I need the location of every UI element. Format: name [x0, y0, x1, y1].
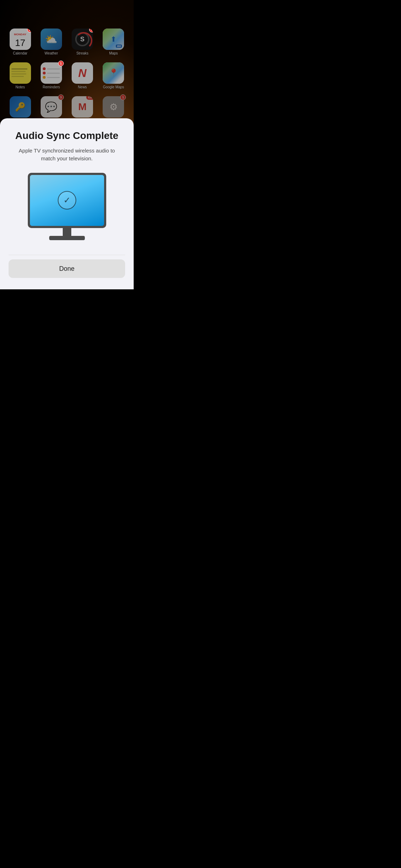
modal-title: Audio Sync Complete	[15, 130, 118, 142]
tv-check-circle: ✓	[58, 191, 76, 210]
modal-subtitle: Apple TV synchronized wireless audio to …	[17, 147, 117, 163]
tv-screen: ✓	[30, 175, 104, 226]
reminders-badge: 1	[58, 61, 64, 66]
modal-sheet: Audio Sync Complete Apple TV synchronize…	[0, 118, 134, 289]
tv-illustration: ✓	[24, 173, 110, 242]
modal-overlay: Audio Sync Complete Apple TV synchronize…	[0, 0, 134, 289]
tv-stand-neck	[63, 227, 71, 236]
tv-stand-base	[49, 236, 85, 240]
tv-body: ✓	[28, 173, 106, 228]
done-button-container: Done	[9, 255, 125, 289]
checkmark-icon: ✓	[63, 196, 71, 205]
done-button[interactable]: Done	[9, 259, 125, 278]
